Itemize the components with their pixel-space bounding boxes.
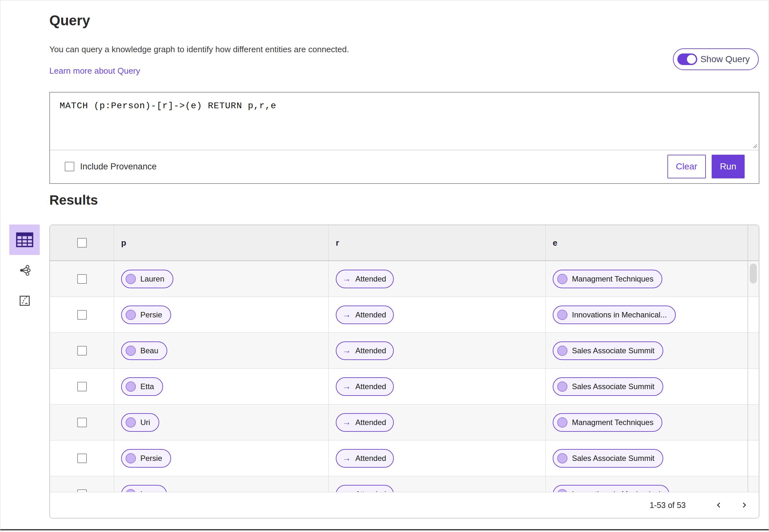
cell-r: → Attended	[329, 440, 546, 476]
cell-r: → Attended	[329, 333, 546, 368]
relation-label: Attended	[355, 454, 386, 463]
table-row: Persie → Attended Sales Associate Summit	[50, 440, 759, 476]
cell-e: Innovations in Mechanical	[546, 476, 748, 492]
relation-label: Attended	[355, 382, 386, 391]
entity-pill[interactable]: Beau	[121, 341, 167, 360]
include-provenance-checkbox[interactable]	[65, 162, 74, 171]
cell-p: Larry	[114, 476, 329, 492]
node-circle-icon	[557, 274, 568, 284]
network-graph-icon	[18, 264, 31, 277]
entity-label: Persie	[140, 310, 162, 319]
show-query-label: Show Query	[700, 54, 750, 64]
table-view-button[interactable]	[9, 225, 40, 255]
show-query-toggle[interactable]: Show Query	[673, 48, 759, 70]
toggle-switch-icon[interactable]	[677, 53, 697, 65]
cell-e: Innovations in Mechanical...	[546, 297, 748, 332]
node-circle-icon	[126, 453, 136, 463]
row-select-cell	[50, 405, 114, 440]
node-circle-icon	[126, 489, 136, 492]
row-checkbox[interactable]	[77, 382, 87, 391]
include-provenance-label: Include Provenance	[80, 162, 157, 172]
table-row: Larry → Attended Innovations in Mechanic…	[50, 476, 759, 492]
relation-pill[interactable]: → Attended	[336, 413, 394, 432]
node-circle-icon	[126, 346, 136, 356]
table-icon	[16, 232, 34, 248]
query-input[interactable]: MATCH (p:Person)-[r]->(e) RETURN p,r,e	[50, 93, 759, 150]
relation-pill[interactable]: → Attended	[336, 341, 394, 360]
scrollbar-track[interactable]	[748, 261, 759, 492]
window-bottom-edge	[0, 529, 769, 530]
column-header-r[interactable]: r	[329, 225, 546, 260]
entity-pill[interactable]: Innovations in Mechanical	[553, 485, 669, 492]
cell-p: Lauren	[114, 261, 329, 297]
graph-view-button[interactable]	[9, 255, 40, 285]
entity-pill[interactable]: Sales Associate Summit	[553, 449, 663, 468]
map-view-button[interactable]	[9, 285, 40, 316]
cell-r: → Attended	[329, 369, 546, 404]
select-all-checkbox[interactable]	[77, 238, 87, 248]
relation-label: Attended	[355, 310, 386, 319]
entity-pill[interactable]: Persie	[121, 306, 171, 324]
chevron-right-icon	[740, 501, 748, 509]
chevron-left-icon	[715, 501, 723, 509]
row-checkbox[interactable]	[77, 418, 87, 427]
entity-pill[interactable]: Lauren	[121, 270, 173, 288]
row-select-cell	[50, 476, 114, 492]
run-button[interactable]: Run	[712, 155, 745, 178]
arrow-right-icon: →	[342, 274, 351, 283]
entity-label: Beau	[140, 346, 158, 355]
entity-label: Etta	[140, 382, 154, 391]
include-provenance-option[interactable]: Include Provenance	[65, 162, 157, 172]
entity-pill[interactable]: Larry	[121, 485, 167, 492]
entity-pill[interactable]: Innovations in Mechanical...	[553, 306, 676, 324]
resize-handle-icon[interactable]	[751, 142, 757, 149]
learn-more-link[interactable]: Learn more about Query	[49, 66, 140, 76]
page-title: Query	[49, 12, 90, 29]
relation-pill[interactable]: → Attended	[336, 449, 394, 468]
cell-p: Beau	[114, 333, 329, 368]
arrow-right-icon: →	[342, 490, 351, 492]
clear-button[interactable]: Clear	[667, 155, 706, 178]
node-circle-icon	[557, 489, 568, 492]
row-checkbox[interactable]	[77, 310, 87, 320]
query-buttons: Clear Run	[667, 155, 745, 178]
scrollbar-thumb[interactable]	[750, 264, 757, 283]
row-select-cell	[50, 297, 114, 332]
entity-label: Larry	[140, 490, 158, 492]
entity-pill[interactable]: Persie	[121, 449, 171, 468]
cell-e: Sales Associate Summit	[546, 333, 748, 368]
select-all-cell	[50, 225, 114, 260]
pagination-next-button[interactable]	[738, 499, 750, 512]
node-circle-icon	[126, 310, 136, 320]
row-checkbox[interactable]	[77, 454, 87, 463]
relation-pill[interactable]: → Attended	[336, 485, 394, 492]
route-map-icon	[19, 295, 31, 307]
relation-pill[interactable]: → Attended	[336, 270, 394, 288]
row-checkbox[interactable]	[77, 274, 87, 284]
entity-label: Sales Associate Summit	[572, 382, 654, 391]
table-row: Uri → Attended Managment Techniques	[50, 405, 759, 440]
row-checkbox[interactable]	[77, 489, 87, 492]
entity-pill[interactable]: Sales Associate Summit	[553, 377, 663, 396]
cell-r: → Attended	[329, 297, 546, 332]
column-header-e[interactable]: e	[546, 225, 748, 260]
relation-label: Attended	[355, 490, 386, 492]
relation-pill[interactable]: → Attended	[336, 377, 394, 396]
arrow-right-icon: →	[342, 418, 351, 427]
cell-p: Etta	[114, 369, 329, 404]
table-viewport: p r e Lauren → Attended Managment	[50, 225, 759, 492]
entity-pill[interactable]: Sales Associate Summit	[553, 341, 663, 360]
node-circle-icon	[557, 310, 568, 320]
entity-pill[interactable]: Etta	[121, 377, 163, 396]
entity-pill[interactable]: Managment Techniques	[553, 270, 662, 288]
row-checkbox[interactable]	[77, 346, 87, 356]
cell-r: → Attended	[329, 476, 546, 492]
relation-pill[interactable]: → Attended	[336, 306, 394, 324]
pagination-prev-button[interactable]	[713, 499, 725, 512]
entity-pill[interactable]: Uri	[121, 413, 159, 432]
table-body: Lauren → Attended Managment Techniques P…	[50, 261, 759, 492]
entity-pill[interactable]: Managment Techniques	[553, 413, 662, 432]
query-page: Query You can query a knowledge graph to…	[0, 0, 769, 532]
column-header-p[interactable]: p	[114, 225, 329, 260]
relation-label: Attended	[355, 346, 386, 355]
